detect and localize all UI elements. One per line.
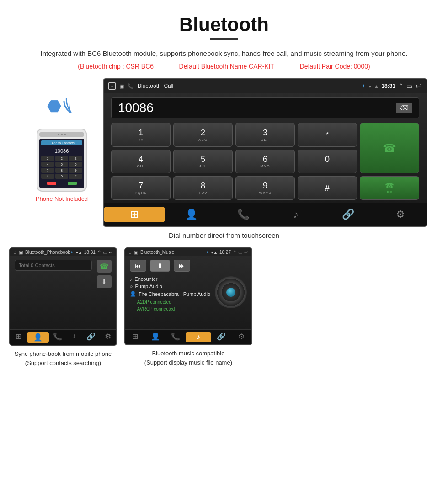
chip-spec: (Bluetooth chip : CSR BC6	[78, 63, 154, 70]
nav-link[interactable]: 🔗	[322, 207, 374, 222]
phonebook-statusbar-left: ⌂ ▣ Bluetooth_Phonebook	[14, 250, 70, 255]
dial-key-7[interactable]: 7PQRS	[111, 176, 171, 200]
a2dp-status: A2DP connected	[137, 299, 210, 306]
phonebook-nav-calls[interactable]: 📞	[49, 332, 66, 343]
vinyl-center	[226, 288, 235, 297]
phone-number-display: 10086	[41, 147, 82, 155]
music-nav-link[interactable]: 🔗	[211, 332, 231, 342]
music-bottom-nav: ⊞ 👤 📞 ♪ 🔗 ⚙	[125, 329, 251, 344]
music-panel: ⌂ ▣ Bluetooth_Music ✦ ●▲ 18:27 ⌃ ▭ ↩ ⏮ ⏸	[124, 247, 252, 367]
music-nav-music[interactable]: ♪	[186, 332, 211, 342]
dial-key-call[interactable]: ☎	[360, 123, 419, 173]
phonebook-time: 18:31	[84, 250, 96, 255]
dialpad-container: 10086 ⌫ 1○○ 2ABC 3DEF * ☎	[104, 93, 427, 203]
dial-key-3[interactable]: 3DEF	[235, 123, 295, 147]
dial-key-0[interactable]: 0+	[298, 150, 357, 173]
dial-key-8[interactable]: 8TUV	[173, 176, 233, 200]
dialed-number: 10086	[118, 101, 154, 115]
music-window-icon[interactable]: ▭	[238, 250, 242, 255]
music-track-3: 👤 The Cheebacabra - Pump Audio	[130, 291, 210, 297]
dial-key-redial[interactable]: ☎RE	[360, 176, 419, 200]
music-sim-icon: ▣	[134, 250, 138, 255]
backspace-button[interactable]: ⌫	[396, 103, 412, 113]
phonebook-nav-contacts[interactable]: 👤	[27, 332, 49, 343]
phone-key-5: 5	[55, 162, 69, 167]
phonebook-nav-link[interactable]: 🔗	[83, 332, 100, 343]
music-back-icon[interactable]: ↩	[244, 250, 248, 255]
phone-bottom-bar	[41, 181, 82, 186]
bottom-panels: ⌂ ▣ Bluetooth_Phonebook ✦ ●▲ 18:31 ⌃ ▭ ↩…	[0, 247, 448, 367]
phonebook-title: Bluetooth_Phonebook	[25, 250, 70, 255]
page-title: Bluetooth	[0, 0, 448, 38]
phone-dot	[64, 134, 66, 135]
phone-mockup: + Add to Contacts 10086 1 2 3 4 5 6 7 8 …	[37, 129, 87, 192]
number-display: 10086 ⌫	[111, 97, 419, 118]
dial-key-1[interactable]: 1○○	[111, 123, 171, 147]
window-icon[interactable]: ▭	[406, 82, 412, 90]
phone-call-icon: 📞	[128, 83, 134, 89]
music-play-button[interactable]: ⏸	[150, 260, 170, 272]
nav-contacts[interactable]: 👤	[165, 207, 217, 222]
phone-key-7: 7	[41, 168, 54, 173]
phonebook-sim-icon: ▣	[19, 250, 23, 255]
music-nav-settings[interactable]: ⚙	[231, 332, 251, 342]
music-nav-calls[interactable]: 📞	[165, 332, 186, 342]
phonebook-back-icon[interactable]: ↩	[109, 250, 112, 255]
dial-key-4[interactable]: 4GHI	[111, 150, 171, 173]
phone-end-btn	[47, 182, 56, 185]
back-icon[interactable]: ↩	[415, 81, 422, 91]
phonebook-signal-icon: ●▲	[75, 250, 82, 255]
dial-key-5[interactable]: 5JKL	[173, 150, 233, 173]
phone-screen-top: + Add to Contacts	[41, 140, 82, 145]
music-nav-contacts[interactable]: 👤	[145, 332, 165, 342]
contacts-search-input[interactable]	[15, 260, 92, 271]
music-prev-button[interactable]: ⏮	[130, 260, 146, 272]
phonebook-expand-icon[interactable]: ⌃	[97, 250, 101, 255]
bt-status-icon: ✦	[361, 83, 366, 89]
music-statusbar-left: ⌂ ▣ Bluetooth_Music	[129, 250, 174, 255]
music-track-name-1: Encounter	[134, 276, 157, 282]
nav-settings[interactable]: ⚙	[374, 207, 427, 222]
phonebook-download-button[interactable]: ⬇	[97, 275, 112, 288]
dial-key-2[interactable]: 2ABC	[173, 123, 233, 147]
music-signal-icon: ●▲	[211, 250, 218, 255]
phonebook-nav-settings[interactable]: ⚙	[99, 332, 116, 343]
signal-waves-icon	[62, 92, 80, 115]
bluetooth-icon: ⬣	[47, 97, 61, 116]
music-track-name-2: Pump Audio	[135, 284, 162, 289]
phonebook-call-button[interactable]: ☎	[97, 260, 112, 273]
car-bottom-nav: ⊞ 👤 📞 ♪ 🔗 ⚙	[104, 203, 427, 226]
wifi-icon: ▲	[374, 84, 379, 89]
nav-music[interactable]: ♪	[270, 207, 322, 222]
phonebook-actions: ☎ ⬇	[97, 260, 112, 288]
music-next-button[interactable]: ⏭	[174, 260, 190, 272]
nav-calls[interactable]: 📞	[218, 207, 270, 222]
phone-key-4: 4	[41, 162, 54, 167]
phonebook-window-icon[interactable]: ▭	[103, 250, 107, 255]
phonebook-home-icon: ⌂	[14, 250, 16, 255]
music-nav-dialpad[interactable]: ⊞	[125, 332, 145, 342]
music-title: Bluetooth_Music	[140, 250, 174, 255]
nav-dialpad[interactable]: ⊞	[104, 207, 165, 222]
music-track-1: ♪ Encounter	[130, 276, 210, 282]
phone-top-bar	[39, 132, 84, 137]
home-icon[interactable]: ⌂	[108, 82, 116, 90]
phonebook-nav-dialpad[interactable]: ⊞	[10, 332, 27, 343]
music-expand-icon[interactable]: ⌃	[233, 250, 236, 255]
dial-key-hash[interactable]: #	[298, 176, 357, 200]
dial-key-star[interactable]: *	[298, 123, 357, 147]
music-track-name-3: The Cheebacabra - Pump Audio	[139, 291, 210, 297]
dial-key-6[interactable]: 6MNO	[235, 150, 295, 173]
phone-key-9: 9	[69, 168, 82, 173]
music-content: ⏮ ⏸ ⏭ ♪ Encounter ○ Pump Audio	[125, 256, 251, 329]
phone-keypad: 1 2 3 4 5 6 7 8 9 * 0 #	[41, 156, 82, 179]
expand-icon[interactable]: ⌃	[398, 82, 404, 90]
music-home-icon: ⌂	[129, 250, 132, 255]
phonebook-nav-music[interactable]: ♪	[66, 332, 83, 343]
music-screen: ⌂ ▣ Bluetooth_Music ✦ ●▲ 18:27 ⌃ ▭ ↩ ⏮ ⏸	[124, 247, 252, 345]
phone-key-8: 8	[55, 168, 69, 173]
phonebook-panel: ⌂ ▣ Bluetooth_Phonebook ✦ ●▲ 18:31 ⌃ ▭ ↩…	[9, 247, 117, 367]
main-caption: Dial number direct from touchscreen	[0, 231, 448, 239]
statusbar-right: ✦ ● ▲ 18:31 ⌃ ▭ ↩	[361, 81, 422, 91]
dial-key-9[interactable]: 9WXYZ	[235, 176, 295, 200]
